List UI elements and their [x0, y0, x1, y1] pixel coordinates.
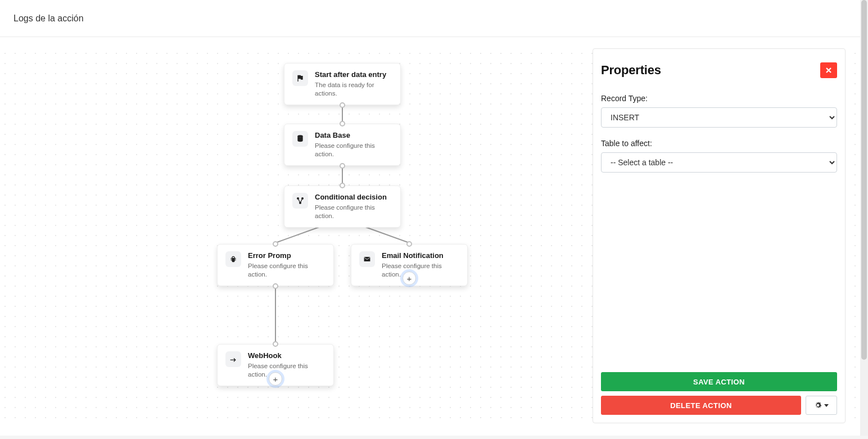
node-subtitle: The data is ready for actions.: [315, 81, 392, 98]
scroll-thumb[interactable]: [861, 0, 867, 360]
node-condition[interactable]: Conditional decision Please configure th…: [284, 185, 401, 228]
node-title: Conditional decision: [315, 193, 392, 202]
mail-icon: [359, 251, 375, 267]
plus-icon: +: [407, 274, 412, 283]
port-in[interactable]: [340, 183, 345, 188]
delete-action-button[interactable]: DELETE ACTION: [601, 396, 801, 415]
save-action-button[interactable]: SAVE ACTION: [601, 372, 837, 391]
node-subtitle: Please configure this action.: [315, 142, 392, 159]
node-subtitle: Please configure this action.: [315, 203, 392, 220]
node-database[interactable]: Data Base Please configure this action.: [284, 124, 401, 166]
table-select[interactable]: -- Select a table --: [601, 152, 837, 173]
flag-icon: [292, 70, 308, 86]
settings-dropdown-button[interactable]: [806, 396, 837, 415]
node-title: WebHook: [248, 351, 326, 361]
footer-band: [0, 436, 868, 439]
gear-icon: [814, 401, 822, 409]
add-node-button[interactable]: +: [403, 271, 416, 285]
tab-logs[interactable]: Logs de la acción: [13, 13, 84, 24]
node-title: Email Notification: [382, 251, 459, 261]
branch-icon: [292, 193, 308, 209]
port-in[interactable]: [273, 341, 278, 347]
node-subtitle: Please configure this action.: [382, 262, 459, 279]
node-subtitle: Please configure this action.: [248, 362, 326, 379]
add-node-button[interactable]: +: [269, 372, 282, 386]
record-type-select[interactable]: INSERT: [601, 107, 837, 128]
chevron-down-icon: [824, 404, 829, 407]
port-out[interactable]: [340, 102, 345, 108]
node-subtitle: Please configure this action.: [248, 262, 326, 279]
port-in[interactable]: [406, 241, 412, 247]
port-in[interactable]: [273, 241, 278, 247]
panel-title: Properties: [601, 63, 661, 78]
port-out[interactable]: [273, 283, 278, 289]
table-label: Table to affect:: [601, 139, 837, 148]
tab-bar: Logs de la acción: [0, 0, 868, 37]
port-out[interactable]: [340, 163, 345, 169]
node-title: Error Promp: [248, 251, 326, 261]
vertical-scrollbar[interactable]: [860, 0, 868, 439]
close-icon: [825, 67, 832, 74]
plus-icon: +: [273, 374, 278, 384]
node-start[interactable]: Start after data entry The data is ready…: [284, 63, 401, 105]
node-title: Data Base: [315, 131, 392, 141]
share-icon: [225, 351, 241, 367]
database-icon: [292, 131, 308, 147]
close-button[interactable]: [820, 62, 837, 78]
port-in[interactable]: [340, 121, 345, 126]
record-type-label: Record Type:: [601, 94, 837, 103]
node-error[interactable]: Error Promp Please configure this action…: [217, 244, 334, 286]
properties-panel: Properties Record Type: INSERT Table to …: [593, 48, 846, 423]
bug-icon: [225, 251, 241, 267]
node-title: Start after data entry: [315, 70, 392, 80]
svg-point-7: [297, 135, 302, 137]
